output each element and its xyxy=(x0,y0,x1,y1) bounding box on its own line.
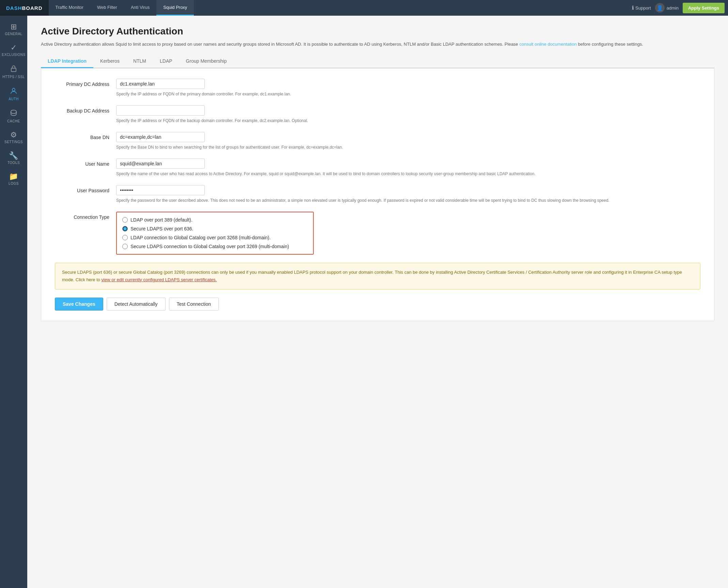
radio-ldaps636[interactable] xyxy=(122,226,128,231)
auth-icon xyxy=(10,87,17,96)
sidebar-item-tools[interactable]: 🔧 TOOLS xyxy=(0,148,27,169)
password-hint: Specify the password for the user descri… xyxy=(116,197,700,203)
password-input[interactable] xyxy=(116,185,205,195)
primary-dc-hint: Specify the IP address or FQDN of the pr… xyxy=(116,91,700,97)
conn-option-ldaps636-label: Secure LDAPS over port 636. xyxy=(130,226,193,231)
svg-point-1 xyxy=(12,88,15,91)
nav-squid-proxy[interactable]: Squid Proxy xyxy=(156,0,194,16)
admin-label: admin xyxy=(667,5,679,11)
radio-ldap389[interactable] xyxy=(122,217,128,223)
tabs: LDAP Integration Kerberos NTLM LDAP Grou… xyxy=(41,55,714,68)
conn-option-gc3268[interactable]: LDAP connection to Global Catalog over p… xyxy=(122,235,308,240)
brand-suffix: BOARD xyxy=(22,5,43,11)
sidebar-item-general[interactable]: ⊞ GENERAL xyxy=(0,19,27,40)
nav-anti-virus[interactable]: Anti Virus xyxy=(124,0,156,16)
logs-icon: 📁 xyxy=(9,173,18,180)
backup-dc-row: Backup DC Address Specify the IP address… xyxy=(55,105,700,124)
sidebar-item-https-ssl[interactable]: HTTPS / SSL xyxy=(0,61,27,83)
username-row: User Name Specify the name of the user w… xyxy=(55,159,700,177)
test-connection-button[interactable]: Test Connection xyxy=(169,298,219,311)
support-link[interactable]: ℹ Support xyxy=(632,5,651,11)
brand-logo[interactable]: DASHBOARD xyxy=(0,0,49,16)
radio-gc3268[interactable] xyxy=(122,235,128,240)
sidebar-label-https-ssl: HTTPS / SSL xyxy=(2,75,25,79)
base-dn-field: Specify the Base DN to bind to when sear… xyxy=(116,132,700,150)
sidebar-label-auth: AUTH xyxy=(9,97,18,101)
conn-option-gc3269-label: Secure LDAPS connection to Global Catalo… xyxy=(130,244,289,249)
page-desc-text2: before configuring these settings. xyxy=(577,42,643,47)
nav-web-filter[interactable]: Web Filter xyxy=(90,0,124,16)
base-dn-hint: Specify the Base DN to bind to when sear… xyxy=(116,144,700,150)
connection-type-box: LDAP over port 389 (default). Secure LDA… xyxy=(116,212,314,255)
sidebar-item-logs[interactable]: 📁 LOGS xyxy=(0,169,27,190)
conn-option-gc3269[interactable]: Secure LDAPS connection to Global Catalo… xyxy=(122,244,308,249)
svg-rect-0 xyxy=(11,68,16,72)
password-field: Specify the password for the user descri… xyxy=(116,185,700,203)
backup-dc-label: Backup DC Address xyxy=(55,105,116,114)
sidebar-label-logs: LOGS xyxy=(9,182,19,185)
settings-icon: ⚙ xyxy=(10,131,17,139)
tab-group-membership[interactable]: Group Membership xyxy=(179,55,234,68)
exclusions-icon: ✓ xyxy=(11,44,17,51)
sidebar-label-settings: SETTINGS xyxy=(4,140,23,144)
docs-link[interactable]: consult online documentation xyxy=(519,42,576,47)
main-layout: ⊞ GENERAL ✓ EXCLUSIONS HTTPS / SSL xyxy=(0,16,728,588)
username-input[interactable] xyxy=(116,159,205,169)
connection-type-row: Connection Type LDAP over port 389 (defa… xyxy=(55,212,700,255)
page-desc-text1: Active Directory authentication allows S… xyxy=(41,42,519,47)
conn-option-ldap389-label: LDAP over port 389 (default). xyxy=(130,217,192,223)
username-label: User Name xyxy=(55,159,116,167)
nav-items: Traffic Monitor Web Filter Anti Virus Sq… xyxy=(49,0,194,16)
conn-option-ldap389[interactable]: LDAP over port 389 (default). xyxy=(122,217,308,223)
warning-box: Secure LDAPS (port 636) or secure Global… xyxy=(55,263,700,289)
cache-icon xyxy=(10,109,17,118)
primary-dc-input[interactable] xyxy=(116,79,205,89)
sidebar-label-tools: TOOLS xyxy=(7,161,20,165)
apply-settings-button[interactable]: Apply Settings xyxy=(683,3,725,13)
top-nav: DASHBOARD Traffic Monitor Web Filter Ant… xyxy=(0,0,728,16)
conn-option-gc3268-label: LDAP connection to Global Catalog over p… xyxy=(130,235,270,240)
sidebar-item-exclusions[interactable]: ✓ EXCLUSIONS xyxy=(0,40,27,61)
connection-type-label: Connection Type xyxy=(55,212,116,220)
radio-gc3269[interactable] xyxy=(122,244,128,249)
info-icon: ℹ xyxy=(632,5,634,11)
tab-ldap[interactable]: LDAP xyxy=(153,55,179,68)
page-description: Active Directory authentication allows S… xyxy=(41,41,714,48)
main-content: Active Directory Authentication Active D… xyxy=(27,16,728,588)
detect-automatically-button[interactable]: Detect Automatically xyxy=(107,298,166,311)
brand-prefix: DASH xyxy=(6,5,22,11)
conn-option-ldaps636[interactable]: Secure LDAPS over port 636. xyxy=(122,226,308,231)
nav-traffic-monitor[interactable]: Traffic Monitor xyxy=(49,0,90,16)
base-dn-row: Base DN Specify the Base DN to bind to w… xyxy=(55,132,700,150)
https-ssl-icon xyxy=(10,65,17,74)
username-hint: Specify the name of the user who has rea… xyxy=(116,171,700,177)
backup-dc-hint: Specify the IP address or FQDN of the ba… xyxy=(116,118,700,124)
tab-ldap-integration[interactable]: LDAP Integration xyxy=(41,55,93,68)
backup-dc-input[interactable] xyxy=(116,105,205,116)
base-dn-input[interactable] xyxy=(116,132,205,142)
backup-dc-field: Specify the IP address or FQDN of the ba… xyxy=(116,105,700,124)
sidebar-item-settings[interactable]: ⚙ SETTINGS xyxy=(0,127,27,148)
support-label: Support xyxy=(635,5,651,11)
sidebar-item-auth[interactable]: AUTH xyxy=(0,83,27,105)
ldaps-certs-link[interactable]: view or edit currently configured LDAPS … xyxy=(102,277,217,282)
sidebar-label-exclusions: EXCLUSIONS xyxy=(2,53,25,57)
sidebar-label-general: GENERAL xyxy=(5,32,22,36)
base-dn-label: Base DN xyxy=(55,132,116,140)
tab-kerberos[interactable]: Kerberos xyxy=(93,55,126,68)
save-changes-button[interactable]: Save Changes xyxy=(55,298,103,311)
username-field: Specify the name of the user who has rea… xyxy=(116,159,700,177)
primary-dc-row: Primary DC Address Specify the IP addres… xyxy=(55,79,700,97)
general-icon: ⊞ xyxy=(11,23,17,31)
admin-info: 👤 admin xyxy=(655,3,679,13)
tab-ntlm[interactable]: NTLM xyxy=(126,55,153,68)
primary-dc-label: Primary DC Address xyxy=(55,79,116,87)
form-card: Primary DC Address Specify the IP addres… xyxy=(41,68,714,321)
sidebar: ⊞ GENERAL ✓ EXCLUSIONS HTTPS / SSL xyxy=(0,16,27,588)
primary-dc-field: Specify the IP address or FQDN of the pr… xyxy=(116,79,700,97)
btn-row: Save Changes Detect Automatically Test C… xyxy=(55,298,700,311)
page-title: Active Directory Authentication xyxy=(41,26,714,37)
password-row: User Password Specify the password for t… xyxy=(55,185,700,203)
tools-icon: 🔧 xyxy=(9,152,18,160)
sidebar-item-cache[interactable]: CACHE xyxy=(0,105,27,127)
